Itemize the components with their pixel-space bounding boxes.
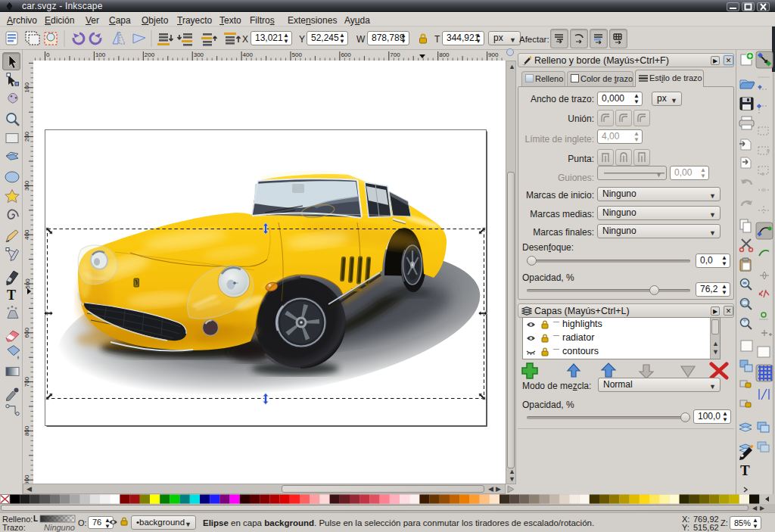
svg-text:500: 500 <box>292 51 303 58</box>
svg-text:300: 300 <box>194 51 204 58</box>
svg-text:100: 100 <box>95 51 106 58</box>
svg-text:T: T <box>740 462 750 478</box>
svg-text:600: 600 <box>341 51 351 58</box>
svg-text:600: 600 <box>24 328 31 338</box>
svg-text:500: 500 <box>24 278 31 289</box>
svg-text:200: 200 <box>24 131 31 142</box>
svg-text:0: 0 <box>46 51 50 58</box>
svg-text:T: T <box>7 288 16 303</box>
svg-text:L: L <box>33 515 38 523</box>
svg-text:800: 800 <box>24 425 31 436</box>
svg-text:900: 900 <box>488 51 499 58</box>
svg-text:100: 100 <box>24 82 31 93</box>
svg-text:800: 800 <box>439 51 450 58</box>
svg-text:300: 300 <box>24 180 31 191</box>
svg-text:700: 700 <box>390 51 400 58</box>
svg-text:400: 400 <box>243 51 254 58</box>
svg-text:200: 200 <box>145 51 155 58</box>
svg-text:700: 700 <box>24 376 31 387</box>
svg-text:400: 400 <box>24 229 31 240</box>
